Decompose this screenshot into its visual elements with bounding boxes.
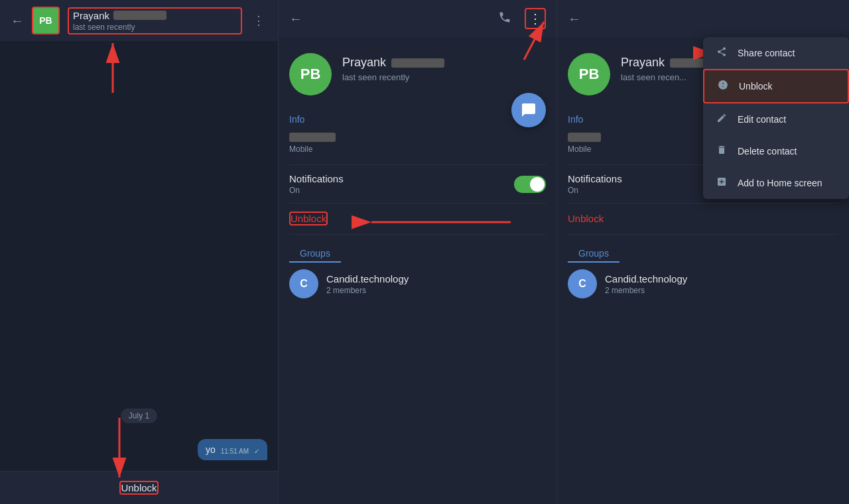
group-item-2[interactable]: C Candid.technology 2 members [557,263,849,305]
profile-header-section: PB Prayank last seen recently [279,37,556,106]
chat-header: ← PB Prayank last seen recently ⋮ [0,0,278,41]
delete-icon [715,145,728,158]
groups-label: Groups [289,243,341,263]
header-info: Prayank last seen recently [68,7,242,34]
phone-blur-2 [568,133,601,142]
avatar: PB [32,7,60,34]
notifications-info: Notifications On [289,173,344,195]
date-container: July 1 [11,409,267,431]
group-name-2: Candid.technology [605,273,687,284]
date-badge: July 1 [121,409,157,423]
unblock-button-2[interactable]: Unblock [568,213,604,224]
profile-info: Prayank last seen recently [342,53,546,82]
back-button[interactable]: ← [568,11,581,27]
unblock-row[interactable]: Unblock [279,204,556,234]
edit-icon [715,113,728,126]
profile-status: last seen recently [342,72,546,82]
group-members: 2 members [326,286,409,295]
menu-button[interactable]: ⋮ [525,8,546,29]
name-blur [113,11,166,20]
phone-button[interactable] [495,8,514,30]
notifications-info-2: Notifications On [568,173,622,195]
dropdown-item-home[interactable]: Add to Home screen [703,167,849,199]
message-time: 11:51 AM [221,448,249,455]
notifications-sub-2: On [568,186,622,195]
notifications-toggle[interactable] [514,176,546,193]
info-row: Mobile [279,127,556,164]
contact-name: Prayank [73,10,237,21]
notifications-label: Notifications [289,173,344,184]
chat-area: July 1 yo 11:51 AM ✓ [0,41,278,471]
add-home-label: Add to Home screen [738,178,822,188]
groups-section-2: Groups C Candid.technology 2 members [557,235,849,308]
profile-header-2: ← [557,0,849,37]
contact-status: last seen recently [73,23,237,32]
edit-contact-label: Edit contact [738,114,786,125]
back-button[interactable]: ← [289,11,302,27]
profile-avatar-2: PB [568,53,610,95]
message-text: yo [206,444,216,455]
unblock-row-2[interactable]: Unblock [557,204,849,234]
unblock-button[interactable]: Unblock [119,481,158,495]
notifications-label-2: Notifications [568,173,622,184]
menu-button[interactable]: ⋮ [250,11,267,31]
info-value [289,133,546,142]
fab-chat-button[interactable] [511,93,546,127]
delete-contact-label: Delete contact [738,146,797,157]
group-info-2: Candid.technology 2 members [605,273,687,295]
chat-panel: ← PB Prayank last seen recently ⋮ July 1… [0,0,279,504]
dropdown-item-share[interactable]: Share contact [703,37,849,69]
profile-panel: ← ⋮ PB Prayank last seen recently [279,0,557,504]
unblock-button[interactable]: Unblock [289,212,328,225]
message-bubble: yo 11:51 AM ✓ [198,439,267,460]
message-check: ✓ [254,448,259,455]
profile-panel-2: ← PB Prayank last seen recen... Info Mob… [557,0,849,504]
header-actions: ⋮ [250,11,267,31]
group-info: Candid.technology 2 members [326,273,409,295]
name-blur [391,58,444,68]
share-icon [715,46,728,60]
notifications-sub: On [289,186,344,195]
group-avatar: C [289,269,318,298]
groups-header: Groups [279,237,556,263]
group-item[interactable]: C Candid.technology 2 members [279,263,556,305]
back-button[interactable]: ← [11,13,24,29]
messages: yo 11:51 AM ✓ [11,439,267,460]
profile-avatar: PB [289,53,332,95]
phone-blur [289,133,336,142]
block-icon [716,80,730,93]
unblock-label: Unblock [739,81,773,92]
profile-name: Prayank [342,56,546,70]
unblock-bar: Unblock [0,471,278,504]
notifications-row: Notifications On [279,165,556,203]
profile-header: ← ⋮ [279,0,556,37]
group-name: Candid.technology [326,273,409,284]
home-icon [715,176,728,190]
groups-section: Groups C Candid.technology 2 members [279,235,556,308]
header-actions: ⋮ [495,8,546,30]
dropdown-item-delete[interactable]: Delete contact [703,135,849,167]
dropdown-item-edit[interactable]: Edit contact [703,103,849,135]
groups-label-2: Groups [568,243,620,263]
dropdown-menu: Share contact Unblock Edit contact [703,37,849,199]
dropdown-item-unblock[interactable]: Unblock [703,69,849,103]
share-contact-label: Share contact [738,48,795,58]
group-avatar-2: C [568,269,597,298]
info-type: Mobile [289,145,546,154]
group-members-2: 2 members [605,286,687,295]
groups-header-2: Groups [557,237,849,263]
